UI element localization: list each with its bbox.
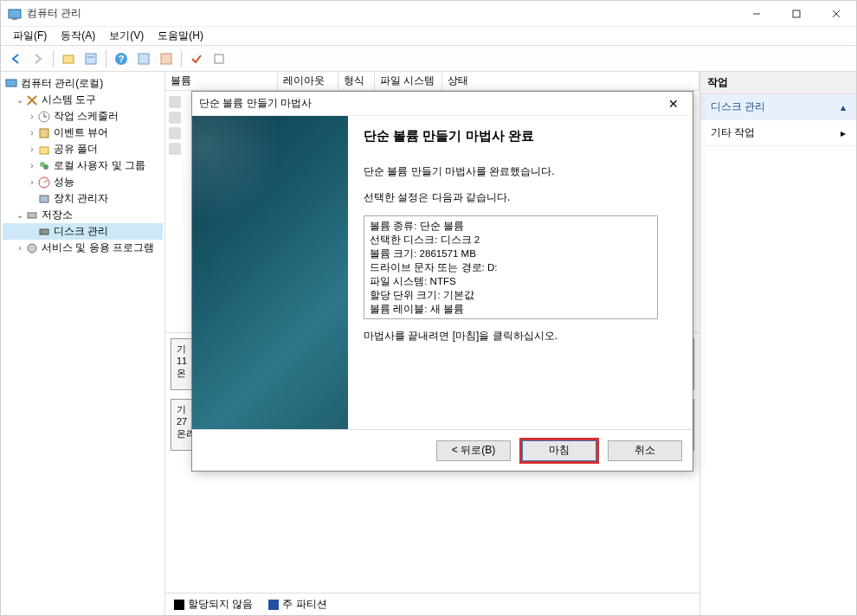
tools-icon [25, 93, 39, 107]
collapse-icon[interactable]: ⌄ [15, 210, 25, 220]
event-icon [37, 126, 51, 140]
svg-rect-19 [40, 147, 48, 154]
svg-rect-18 [40, 129, 48, 138]
svg-point-21 [43, 164, 48, 170]
tree-storage[interactable]: ⌄ 저장소 [3, 207, 163, 223]
wizard-heading: 단순 볼륨 만들기 마법사 완료 [364, 128, 677, 144]
tree-scheduler-label: 작업 스케줄러 [54, 109, 119, 124]
expand-icon[interactable]: › [27, 161, 37, 170]
wizard-settings-list[interactable]: 볼륨 종류: 단순 볼륨 선택한 디스크: 디스크 2 볼륨 크기: 28615… [364, 215, 658, 319]
tree-diskmgmt[interactable]: 디스크 관리 [3, 223, 163, 240]
properties-button[interactable] [81, 49, 100, 68]
expand-icon[interactable]: › [15, 243, 25, 253]
svg-rect-14 [6, 80, 16, 87]
svg-point-27 [46, 231, 48, 233]
setting-line: 할당 단위 크기: 기본값 [370, 288, 652, 302]
expand-icon[interactable]: › [27, 177, 37, 187]
tree-shared[interactable]: › 공유 폴더 [3, 141, 163, 157]
menu-help[interactable]: 도움말(H) [151, 27, 210, 45]
svg-point-28 [28, 244, 36, 253]
services-icon [25, 241, 39, 255]
legend-primary: 주 파티션 [268, 597, 326, 612]
tree-root[interactable]: 컴퓨터 관리(로컬) [3, 75, 163, 92]
help-button[interactable]: ? [112, 49, 131, 68]
up-button[interactable] [59, 49, 78, 68]
tree-storage-label: 저장소 [42, 208, 73, 222]
back-button[interactable] [6, 49, 25, 68]
disk-icon [37, 225, 51, 239]
setting-line: 드라이브 문자 또는 경로: D: [370, 260, 652, 274]
setting-line: 볼륨 종류: 단순 볼륨 [370, 219, 652, 233]
expand-icon[interactable]: › [27, 128, 37, 138]
svg-rect-6 [63, 55, 74, 63]
legend-unallocated: 할당되지 않음 [174, 597, 253, 612]
tree-services[interactable]: › 서비스 및 응용 프로그램 [3, 240, 163, 256]
tree-eventvwr-label: 이벤트 뷰어 [54, 125, 108, 140]
perf-icon [37, 176, 51, 189]
settings-button[interactable] [209, 49, 229, 68]
wizard-finish-button[interactable]: 마침 [519, 438, 599, 464]
setting-line: 선택한 디스크: 디스크 2 [370, 233, 652, 247]
expand-icon[interactable]: › [27, 144, 37, 154]
maximize-button[interactable] [776, 1, 816, 27]
actions-item-diskmgmt[interactable]: 디스크 관리 ▴ [700, 94, 856, 120]
tree-systools-label: 시스템 도구 [42, 93, 96, 107]
tree-scheduler[interactable]: › 작업 스케줄러 [3, 108, 163, 125]
actions-item-more[interactable]: 기타 작업 ▸ [700, 120, 856, 146]
refresh-button[interactable] [134, 49, 153, 68]
expand-icon[interactable]: › [27, 112, 37, 121]
tree-services-label: 서비스 및 응용 프로그램 [42, 241, 154, 255]
close-button[interactable] [816, 1, 856, 27]
computer-icon [4, 77, 18, 91]
actions-item-label: 기타 작업 [711, 125, 755, 140]
collapse-icon: ▴ [841, 101, 846, 113]
menu-view[interactable]: 보기(V) [102, 27, 151, 45]
legend: 할당되지 않음 주 파티션 [165, 593, 699, 615]
tree-devmgr[interactable]: 장치 관리자 [3, 190, 163, 207]
wizard-dialog: 단순 볼륨 만들기 마법사 ✕ 단순 볼륨 만들기 마법사 완료 단순 볼륨 만… [191, 91, 693, 472]
toolbar: ? [1, 46, 856, 72]
setting-line: 볼륨 크기: 2861571 MB [370, 247, 652, 260]
col-type[interactable]: 형식 [338, 72, 375, 90]
tree-localusers-label: 로컬 사용자 및 그룹 [54, 158, 145, 173]
minimize-button[interactable] [737, 1, 776, 27]
tree-devmgr-label: 장치 관리자 [54, 191, 108, 206]
tree-localusers[interactable]: › 로컬 사용자 및 그룹 [3, 157, 163, 174]
col-layout[interactable]: 레이아웃 [278, 72, 338, 90]
svg-rect-7 [86, 54, 96, 64]
setting-line: 파일 시스템: NTFS [370, 274, 652, 288]
wizard-sidebar-image [192, 116, 348, 429]
collapse-icon[interactable]: ⌄ [15, 95, 25, 105]
menubar: 파일(F) 동작(A) 보기(V) 도움말(H) [1, 27, 856, 46]
tree-shared-label: 공유 폴더 [54, 142, 98, 157]
list-button[interactable] [157, 49, 176, 68]
menu-file[interactable]: 파일(F) [6, 27, 54, 45]
svg-rect-3 [793, 10, 800, 17]
menu-action[interactable]: 동작(A) [54, 27, 102, 45]
check-button[interactable] [187, 49, 206, 68]
svg-rect-25 [28, 213, 36, 218]
forward-button[interactable] [29, 49, 48, 68]
wizard-msg2: 선택한 설정은 다음과 같습니다. [364, 189, 677, 205]
tree-eventvwr[interactable]: › 이벤트 뷰어 [3, 125, 163, 141]
wizard-cancel-button[interactable]: 취소 [608, 440, 682, 461]
tree-perf[interactable]: › 성능 [3, 174, 163, 190]
col-fs[interactable]: 파일 시스템 [375, 72, 442, 90]
window-title: 컴퓨터 관리 [27, 6, 737, 21]
titlebar: 컴퓨터 관리 [1, 1, 856, 27]
clock-icon [37, 110, 51, 124]
wizard-back-button[interactable]: < 뒤로(B) [436, 440, 511, 461]
tree-perf-label: 성능 [54, 175, 74, 189]
col-status[interactable]: 상태 [442, 72, 699, 90]
setting-line: 빠른 포맷: 예 [370, 316, 652, 319]
wizard-button-bar: < 뒤로(B) 마침 취소 [192, 429, 693, 471]
svg-rect-24 [40, 196, 48, 202]
storage-icon [25, 209, 39, 222]
svg-rect-1 [12, 18, 17, 20]
wizard-msg3: 마법사를 끝내려면 [마침]을 클릭하십시오. [364, 328, 677, 343]
actions-header: 작업 [700, 72, 856, 94]
svg-rect-12 [161, 54, 171, 64]
tree-systools[interactable]: ⌄ 시스템 도구 [3, 92, 163, 108]
wizard-close-button[interactable]: ✕ [661, 97, 686, 111]
folder-icon [37, 143, 51, 157]
